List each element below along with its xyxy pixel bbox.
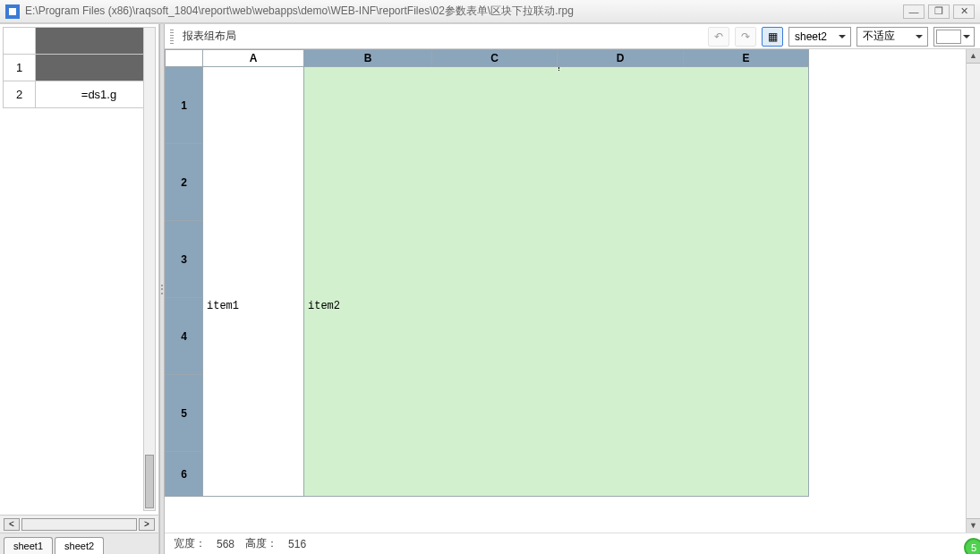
scroll-left-button[interactable]: < <box>4 518 20 531</box>
redo-icon: ↷ <box>741 30 750 43</box>
scroll-track[interactable] <box>21 518 137 531</box>
undo-icon: ↶ <box>714 30 723 43</box>
row-header-1[interactable]: 1 <box>166 67 203 144</box>
app-icon <box>5 4 20 19</box>
close-button[interactable]: ✕ <box>953 4 975 19</box>
col-header-E[interactable]: E <box>684 50 809 67</box>
col-header-B[interactable]: B <box>304 50 432 67</box>
sheet-select-value: sheet2 <box>795 30 827 43</box>
width-label: 宽度： <box>174 536 206 551</box>
layout-grid-button[interactable]: ▦ <box>762 27 783 47</box>
sheet-tab-1[interactable]: sheet1 <box>4 537 53 554</box>
undo-button[interactable]: ↶ <box>708 27 729 47</box>
cell-A-text: item1 <box>207 300 239 312</box>
left-row-header-2[interactable]: 2 <box>4 81 36 108</box>
row-header-6[interactable]: 6 <box>166 452 203 497</box>
col-header-D[interactable]: D <box>558 50 684 67</box>
cell-A[interactable]: item1 <box>203 67 304 497</box>
grid-corner[interactable] <box>166 50 203 67</box>
width-value: 568 <box>217 538 234 550</box>
left-cell-2[interactable]: =ds1.g <box>36 81 156 108</box>
row-header-2[interactable]: 2 <box>166 144 203 221</box>
height-label: 高度： <box>245 536 277 551</box>
toolbar-grip[interactable] <box>170 30 174 44</box>
fit-mode-dropdown[interactable]: 不适应 <box>856 27 928 47</box>
layout-title: 报表组布局 <box>183 29 236 44</box>
left-grid[interactable]: 1 2 =ds1.g <box>0 24 158 515</box>
scroll-down-icon[interactable]: ▼ <box>967 518 980 533</box>
fit-mode-value: 不适应 <box>863 29 895 44</box>
left-row-header-1[interactable]: 1 <box>4 55 36 81</box>
grid-icon: ▦ <box>768 30 778 43</box>
title-bar: E:\Program Files (x86)\raqsoft_1804\repo… <box>0 0 980 23</box>
col-header-C[interactable]: C <box>432 50 558 67</box>
layout-toolbar: 报表组布局 ↶ ↷ ▦ sheet2 不适应 <box>165 24 980 49</box>
left-horizontal-scrollbar[interactable]: < > <box>0 515 158 533</box>
row-header-3[interactable]: 3 <box>166 221 203 298</box>
cell-B-text: item2 <box>308 300 340 312</box>
right-vertical-scrollbar[interactable]: ▲ ▼ <box>966 49 980 533</box>
scroll-right-button[interactable]: > <box>139 518 155 531</box>
left-cell-1[interactable] <box>36 55 156 81</box>
minimize-button[interactable]: — <box>903 4 925 19</box>
cell-BCDE[interactable]: item2 <box>304 67 809 497</box>
sheet-tab-2[interactable]: sheet2 <box>55 537 104 554</box>
left-vertical-scrollbar[interactable] <box>143 27 156 511</box>
right-panel: 报表组布局 ↶ ↷ ▦ sheet2 不适应 A <box>165 24 980 554</box>
color-picker[interactable] <box>933 27 975 47</box>
sheet-select-dropdown[interactable]: sheet2 <box>788 27 851 47</box>
status-bar: 宽度： 568 高度： 516 <box>165 533 980 554</box>
height-value: 516 <box>288 538 306 550</box>
window-title: E:\Program Files (x86)\raqsoft_1804\repo… <box>25 4 903 19</box>
row-header-4[interactable]: 4 <box>166 298 203 375</box>
row-header-5[interactable]: 5 <box>166 375 203 452</box>
layout-grid[interactable]: A B C D E 1 item1 <box>165 49 966 533</box>
left-grid-corner[interactable] <box>4 28 36 55</box>
left-sheet-tabs: sheet1 sheet2 <box>0 533 158 554</box>
redo-button[interactable]: ↷ <box>735 27 756 47</box>
col-header-A[interactable]: A <box>203 50 304 67</box>
notification-badge[interactable]: 5 <box>964 538 980 554</box>
left-panel: 1 2 =ds1.g < > sheet1 sheet2 <box>0 24 159 554</box>
color-swatch <box>936 30 961 44</box>
scroll-up-icon[interactable]: ▲ <box>967 49 980 64</box>
maximize-button[interactable]: ❐ <box>928 4 950 19</box>
left-grid-col-header[interactable] <box>36 28 156 55</box>
